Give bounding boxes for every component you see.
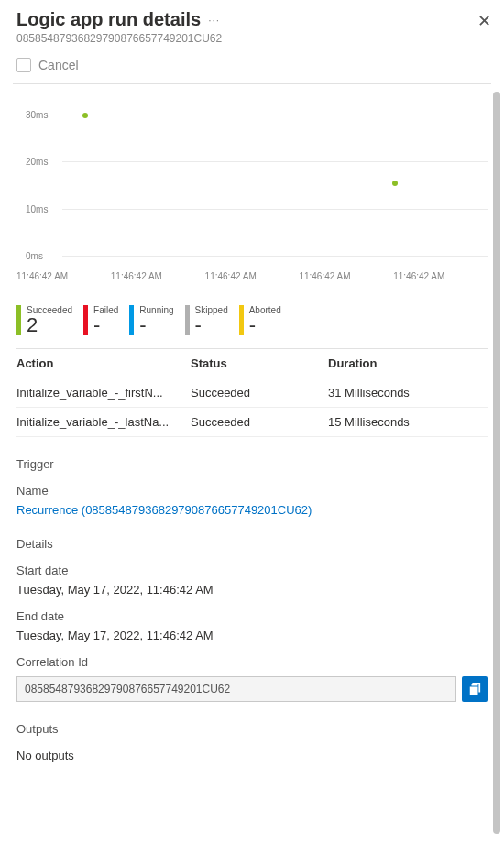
grid-line — [62, 256, 488, 257]
col-status-header[interactable]: Status — [191, 356, 328, 370]
status-bar: Succeeded 2 Failed - Running - — [16, 305, 488, 335]
status-color-succeeded — [16, 305, 21, 335]
start-date-label: Start date — [16, 564, 488, 577]
status-color-failed — [83, 305, 88, 335]
correlation-id-label: Correlation Id — [16, 655, 488, 669]
x-tick: 11:46:42 AM — [111, 271, 205, 294]
y-tick: 20ms — [26, 157, 48, 167]
cell-action: Initialize_variable_-_lastNa... — [16, 415, 191, 429]
cell-action: Initialize_variable_-_firstN... — [16, 386, 191, 400]
status-color-aborted — [239, 305, 244, 335]
table-row[interactable]: Initialize_variable_-_firstN... Succeede… — [16, 378, 488, 408]
end-date-value: Tuesday, May 17, 2022, 11:46:42 AM — [16, 629, 488, 642]
chart-point — [82, 113, 88, 118]
col-duration-header[interactable]: Duration — [328, 356, 488, 370]
more-menu-icon[interactable]: ··· — [208, 14, 220, 27]
status-succeeded[interactable]: Succeeded 2 — [16, 305, 72, 335]
grid-line — [62, 209, 488, 210]
table-row[interactable]: Initialize_variable_-_lastNa... Succeede… — [16, 408, 488, 437]
cell-duration: 31 Milliseconds — [328, 386, 488, 400]
status-failed[interactable]: Failed - — [83, 305, 118, 335]
status-value: 2 — [27, 315, 72, 335]
scrollbar[interactable] — [493, 92, 500, 834]
status-value: - — [139, 315, 173, 335]
header: Logic app run details ··· ✕ 085854879368… — [0, 0, 504, 50]
cell-status: Succeeded — [191, 386, 328, 400]
status-skipped[interactable]: Skipped - — [185, 305, 228, 335]
status-color-running — [129, 305, 134, 335]
run-details-panel: Logic app run details ··· ✕ 085854879368… — [0, 0, 504, 843]
chart-point — [392, 181, 398, 186]
scroll-area: 30ms 20ms 10ms 0ms 11:46:42 AM 11:46:42 … — [0, 88, 504, 843]
start-date-value: Tuesday, May 17, 2022, 11:46:42 AM — [16, 583, 488, 597]
outputs-value: No outputs — [16, 749, 488, 762]
status-running[interactable]: Running - — [129, 305, 173, 335]
outputs-section-label: Outputs — [16, 722, 488, 736]
run-id: 08585487936829790876657749201CU62 — [16, 32, 488, 45]
y-tick: 10ms — [26, 203, 48, 213]
details-section-label: Details — [16, 537, 488, 551]
end-date-label: End date — [16, 609, 488, 623]
copy-icon — [468, 683, 481, 695]
status-aborted[interactable]: Aborted - — [239, 305, 281, 335]
copy-button[interactable] — [462, 676, 488, 702]
grid-line — [62, 161, 488, 162]
cancel-label: Cancel — [38, 58, 79, 72]
grid-line — [62, 115, 488, 115]
table-header: Action Status Duration — [16, 348, 488, 378]
trigger-link[interactable]: Recurrence (0858548793682979087665774920… — [16, 503, 488, 517]
duration-chart: 30ms 20ms 10ms 0ms — [16, 97, 488, 271]
cancel-checkbox[interactable] — [16, 58, 31, 72]
status-color-skipped — [185, 305, 190, 335]
col-action-header[interactable]: Action — [16, 356, 191, 370]
close-icon[interactable]: ✕ — [477, 11, 491, 31]
x-axis: 11:46:42 AM 11:46:42 AM 11:46:42 AM 11:4… — [16, 271, 488, 294]
cell-status: Succeeded — [191, 415, 328, 429]
correlation-id-input[interactable] — [16, 676, 456, 702]
divider — [13, 83, 491, 84]
x-tick: 11:46:42 AM — [393, 271, 488, 294]
x-tick: 11:46:42 AM — [299, 271, 393, 294]
x-tick: 11:46:42 AM — [205, 271, 300, 294]
actions-table: Action Status Duration Initialize_variab… — [16, 348, 488, 437]
cell-duration: 15 Milliseconds — [328, 415, 488, 429]
status-value: - — [249, 315, 281, 335]
page-title: Logic app run details — [16, 9, 201, 30]
trigger-section-label: Trigger — [16, 457, 488, 471]
status-value: - — [195, 315, 228, 335]
name-label: Name — [16, 484, 488, 498]
x-tick: 11:46:42 AM — [16, 271, 111, 294]
y-tick: 30ms — [26, 110, 48, 120]
status-value: - — [93, 315, 118, 335]
y-tick: 0ms — [26, 250, 43, 260]
cancel-row: Cancel — [0, 50, 504, 80]
